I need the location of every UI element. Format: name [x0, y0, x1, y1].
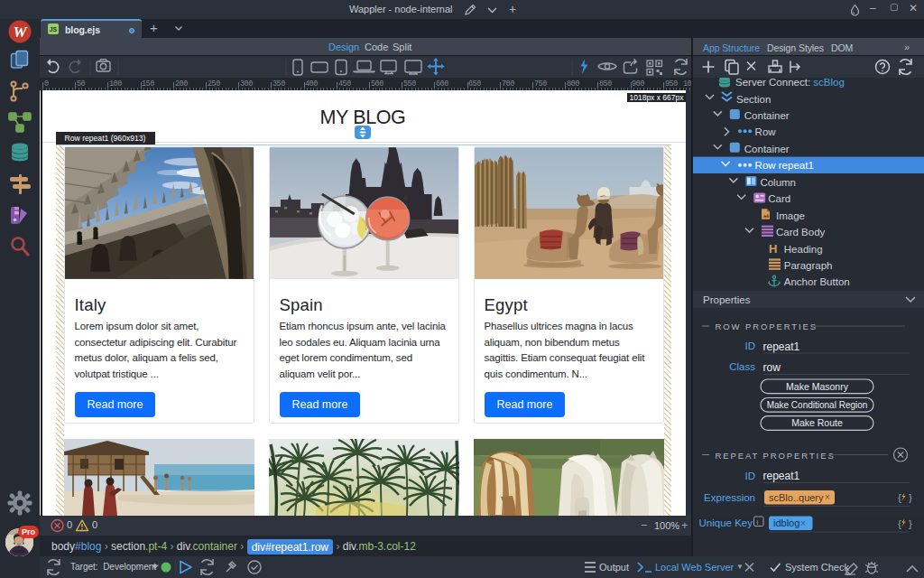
svg-text:Anchor Button: Anchor Button	[784, 276, 850, 287]
svg-text:idblog: idblog	[773, 517, 799, 528]
svg-text:row: row	[763, 361, 781, 374]
svg-text:Heading: Heading	[784, 244, 823, 255]
svg-text:×: ×	[800, 518, 806, 528]
svg-text:Make Masonry: Make Masonry	[786, 381, 849, 392]
svg-text:Server Connect: scBlog: Server Connect: scBlog	[735, 78, 845, 88]
svg-text:Properties: Properties	[703, 294, 751, 305]
svg-text:H: H	[769, 242, 777, 256]
svg-text:ROW PROPERTIES: ROW PROPERTIES	[716, 322, 818, 331]
svg-text:Row repeat1: Row repeat1	[755, 160, 814, 171]
svg-text:}: }	[909, 518, 912, 529]
svg-text:Row: Row	[755, 126, 777, 137]
svg-text:Make Route: Make Route	[791, 417, 843, 428]
svg-text:Unique Key: Unique Key	[699, 517, 753, 528]
svg-text:Column: Column	[760, 177, 796, 188]
svg-text:i: i	[757, 518, 759, 527]
svg-text:REPEAT PROPERTIES: REPEAT PROPERTIES	[716, 451, 836, 461]
svg-text:Expression: Expression	[704, 492, 755, 503]
svg-text:Container: Container	[744, 144, 790, 154]
svg-text:ID: ID	[745, 471, 756, 481]
svg-text:Card: Card	[768, 193, 790, 204]
svg-text:×: ×	[825, 492, 830, 502]
svg-text:repeat1: repeat1	[763, 340, 800, 353]
svg-text:{: {	[898, 518, 901, 529]
svg-text:Class: Class	[729, 361, 755, 372]
svg-text:ID: ID	[745, 340, 756, 351]
svg-text:Image: Image	[776, 210, 805, 221]
svg-text:Section: Section	[736, 94, 771, 105]
svg-text:{: {	[898, 492, 901, 503]
svg-text:Make Conditional Region: Make Conditional Region	[767, 400, 868, 410]
svg-text:Container: Container	[744, 110, 790, 121]
svg-text:scBlo..query: scBlo..query	[769, 492, 824, 503]
svg-text:W: W	[13, 23, 28, 41]
svg-text:Paragraph: Paragraph	[784, 260, 833, 271]
svg-text:}: }	[909, 492, 912, 503]
svg-text:repeat1: repeat1	[763, 470, 800, 482]
svg-text:Card Body: Card Body	[776, 227, 826, 238]
